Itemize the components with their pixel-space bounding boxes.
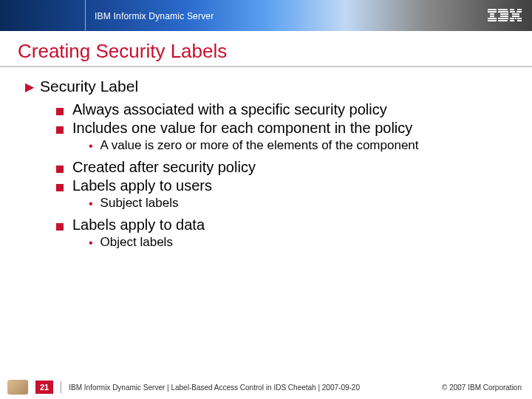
svg-rect-1 bbox=[488, 11, 497, 13]
bullet-text: A value is zero or more of the elements … bbox=[100, 138, 419, 153]
bullet-text: Includes one value for each component in… bbox=[72, 120, 412, 137]
dot-bullet-icon: • bbox=[89, 196, 93, 212]
title-area: Creating Security Labels bbox=[0, 31, 532, 67]
svg-rect-20 bbox=[515, 18, 516, 19]
footer-left: 21 IBM Informix Dynamic Server | Label-B… bbox=[7, 380, 360, 395]
square-bullet-icon bbox=[56, 223, 64, 231]
divider-icon bbox=[61, 381, 61, 393]
bullet-text: Object labels bbox=[100, 235, 173, 250]
svg-rect-7 bbox=[498, 11, 508, 13]
square-bullet-icon bbox=[56, 166, 64, 173]
svg-rect-13 bbox=[517, 9, 522, 10]
bullet-level2: Labels apply to data bbox=[56, 216, 510, 233]
slide-title: Creating Security Labels bbox=[18, 40, 514, 63]
svg-rect-17 bbox=[516, 13, 519, 15]
dot-bullet-icon: • bbox=[89, 235, 93, 251]
svg-rect-3 bbox=[490, 16, 494, 17]
bullet-text: Subject labels bbox=[100, 196, 179, 211]
svg-rect-2 bbox=[490, 13, 494, 15]
svg-rect-4 bbox=[488, 18, 497, 19]
header-bar: IBM Informix Dynamic Server bbox=[0, 0, 532, 31]
page-number: 21 bbox=[35, 381, 53, 394]
bullet-text: Always associated with a specific securi… bbox=[72, 101, 387, 118]
bullet-level3: • Object labels bbox=[89, 235, 510, 251]
svg-rect-6 bbox=[498, 9, 508, 10]
svg-rect-12 bbox=[510, 9, 514, 10]
bullet-text: Labels apply to data bbox=[72, 216, 205, 233]
svg-rect-9 bbox=[500, 16, 508, 17]
svg-rect-8 bbox=[500, 13, 508, 15]
svg-rect-22 bbox=[510, 20, 514, 21]
bullet-level3: • A value is zero or more of the element… bbox=[89, 138, 510, 154]
svg-rect-0 bbox=[488, 9, 497, 10]
slide-content: ▶ Security Label Always associated with … bbox=[0, 67, 532, 375]
bullet-level2: Includes one value for each component in… bbox=[56, 120, 510, 137]
slide: IBM Informix Dynamic Server bbox=[0, 0, 532, 399]
footer-text: IBM Informix Dynamic Server | Label-Base… bbox=[69, 383, 360, 392]
bullet-level2: Created after security policy bbox=[56, 159, 510, 176]
svg-rect-10 bbox=[498, 18, 508, 19]
dot-bullet-icon: • bbox=[89, 138, 93, 154]
bullet-text: Labels apply to users bbox=[72, 177, 212, 194]
footer-bar: 21 IBM Informix Dynamic Server | Label-B… bbox=[0, 375, 532, 399]
triangle-bullet-icon: ▶ bbox=[25, 78, 34, 97]
bullet-level2: Labels apply to users bbox=[56, 177, 510, 194]
copyright-text: © 2007 IBM Corporation bbox=[442, 383, 522, 392]
svg-rect-19 bbox=[510, 18, 514, 19]
svg-rect-21 bbox=[517, 18, 522, 19]
bullet-level1: ▶ Security Label bbox=[25, 78, 510, 97]
bullet-text: Security Label bbox=[40, 78, 138, 95]
ibm-logo-icon bbox=[488, 9, 522, 22]
square-bullet-icon bbox=[56, 108, 64, 115]
svg-rect-11 bbox=[498, 20, 508, 21]
svg-rect-15 bbox=[516, 11, 522, 13]
svg-rect-16 bbox=[512, 13, 516, 15]
svg-rect-18 bbox=[512, 16, 519, 17]
bullet-text: Created after security policy bbox=[72, 159, 256, 176]
bullet-level2: Always associated with a specific securi… bbox=[56, 101, 510, 118]
header-product-name: IBM Informix Dynamic Server bbox=[16, 10, 214, 21]
bullet-level3: • Subject labels bbox=[89, 196, 510, 212]
svg-rect-5 bbox=[488, 20, 497, 21]
square-bullet-icon bbox=[56, 184, 64, 191]
footer-graphic-icon bbox=[7, 380, 28, 395]
square-bullet-icon bbox=[56, 126, 64, 134]
svg-rect-23 bbox=[517, 20, 522, 21]
svg-rect-14 bbox=[510, 11, 515, 13]
